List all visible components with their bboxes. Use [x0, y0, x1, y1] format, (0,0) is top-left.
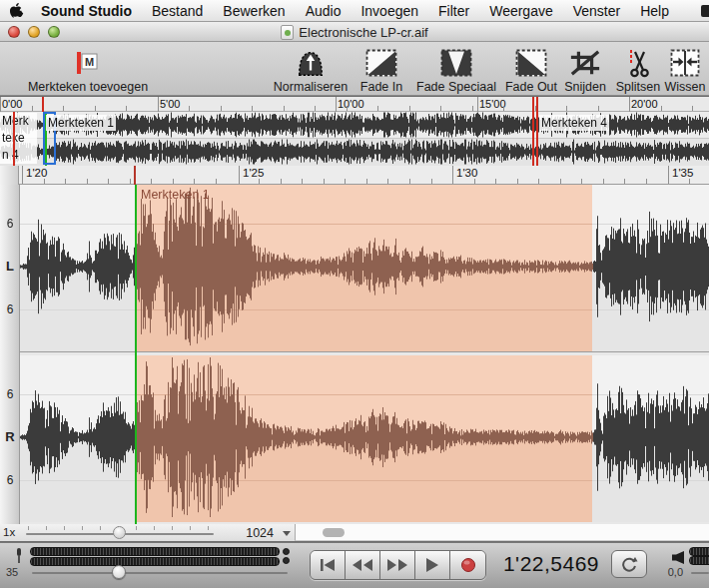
marker-line[interactable]	[13, 112, 15, 166]
split-button[interactable]: Splitsen	[611, 45, 665, 95]
overview-waveform[interactable]: Merkteken 4 Merkteken 1 Merkteken 4	[0, 112, 709, 166]
marker-label[interactable]: Merkteken 4	[539, 115, 609, 131]
apple-menu-icon[interactable]	[10, 3, 25, 19]
transport-bar: 35 1'22,5469	[0, 542, 709, 588]
fade-special-button[interactable]: Fade Speciaal	[410, 45, 502, 95]
speaker-icon	[672, 550, 685, 565]
scale-label: 6	[1, 302, 19, 316]
normalize-icon	[295, 46, 327, 80]
waveform-editor[interactable]: 6 L 6 6 R 6 Merkteken 1	[0, 185, 709, 524]
marker-line[interactable]	[134, 166, 136, 185]
zoom-level-label: 1x	[3, 526, 15, 538]
silence-button[interactable]: Wissen	[661, 45, 709, 95]
window-title-bar[interactable]: Electronische LP-cr.aif	[0, 22, 709, 42]
waveform-canvas[interactable]	[20, 185, 709, 524]
menu-bestand[interactable]: Bestand	[142, 3, 213, 19]
fade-in-button[interactable]: Fade In	[354, 45, 408, 95]
toolbar-label: Fade Out	[505, 80, 557, 95]
playback-cursor[interactable]	[135, 185, 137, 524]
fade-out-icon	[514, 46, 548, 80]
zoom-slider-thumb[interactable]	[113, 526, 126, 539]
add-marker-button[interactable]: M Merkteken toevoegen	[8, 45, 168, 95]
menu-invoegen[interactable]: Invoegen	[351, 3, 428, 19]
input-level-meter	[30, 547, 280, 556]
crop-icon	[569, 46, 601, 80]
ruler-corner	[0, 166, 19, 185]
menu-app-name[interactable]: Sound Studio	[31, 3, 142, 19]
menu-audio[interactable]: Audio	[296, 3, 352, 19]
menu-bewerken[interactable]: Bewerken	[213, 3, 295, 19]
silence-icon	[668, 46, 702, 80]
marker-label[interactable]: Merkteken 1	[46, 115, 116, 131]
menu-bar: Sound Studio Bestand Bewerken Audio Invo…	[0, 0, 709, 22]
scrollbar-thumb[interactable]	[323, 528, 345, 537]
ruler-tick-label: 5'00	[160, 98, 180, 110]
audio-document-icon	[281, 25, 294, 40]
input-volume-slider-thumb[interactable]	[112, 565, 126, 579]
input-level-value: 35	[2, 566, 22, 578]
toolbar-label: Snijden	[564, 80, 606, 95]
output-level-meter	[689, 556, 709, 565]
zoom-scroll-bar: 1x 1024	[0, 524, 709, 542]
go-to-start-button[interactable]	[311, 551, 346, 579]
record-button[interactable]	[450, 551, 485, 579]
menu-help[interactable]: Help	[630, 3, 679, 19]
normalize-button[interactable]: Normaliseren	[266, 45, 355, 95]
loop-icon	[620, 556, 638, 572]
svg-text:M: M	[85, 56, 94, 68]
waveform-ruler[interactable]: 1'20 1'25 1'30 1'35	[0, 166, 709, 185]
loop-button[interactable]	[611, 550, 647, 578]
transport-buttons	[310, 550, 486, 580]
ruler-tick-label: 1'30	[456, 167, 477, 179]
fade-special-icon	[439, 46, 473, 80]
ruler-tick-label: 15'00	[479, 98, 506, 110]
channel-right-label: R	[1, 429, 19, 444]
crop-button[interactable]: Snijden	[557, 45, 613, 95]
marker-label-wrapped[interactable]: Merkteken 4	[0, 113, 37, 164]
split-scissors-icon	[626, 46, 650, 80]
ruler-tick-label: 1'20	[26, 167, 47, 179]
time-display: 1'22,5469	[495, 552, 607, 576]
toolbar-label: Wissen	[665, 80, 706, 95]
buffer-dropdown-icon[interactable]	[283, 531, 291, 536]
toolbar-label: Merkteken toevoegen	[28, 80, 148, 95]
sound-studio-app: Sound Studio Bestand Bewerken Audio Invo…	[0, 0, 709, 588]
ruler-tick-label: 0'00	[2, 98, 22, 110]
marker-line[interactable]	[42, 97, 44, 112]
toolbar-label: Fade Speciaal	[416, 80, 496, 95]
marker-line[interactable]	[536, 97, 538, 166]
horizontal-scrollbar[interactable]	[295, 524, 709, 541]
window-title: Electronische LP-cr.aif	[299, 25, 427, 40]
ruler-tick-label: 1'25	[243, 167, 264, 179]
fast-forward-button[interactable]	[380, 551, 415, 579]
menu-weergave[interactable]: Weergave	[479, 3, 563, 19]
buffer-size-value[interactable]: 1024	[226, 526, 274, 540]
input-level-meter	[30, 557, 280, 566]
menu-venster[interactable]: Venster	[563, 3, 630, 19]
play-button[interactable]	[415, 551, 450, 579]
output-volume-slider-track[interactable]	[691, 572, 709, 574]
ruler-tick-label: 1'35	[672, 167, 693, 179]
fade-out-button[interactable]: Fade Out	[503, 45, 559, 95]
menu-filter[interactable]: Filter	[428, 3, 479, 19]
toolbar-label: Normaliseren	[274, 80, 348, 95]
rewind-button[interactable]	[346, 551, 380, 579]
fade-in-icon	[364, 46, 398, 80]
ruler-tick-label: 10'00	[338, 98, 364, 110]
overview-ruler[interactable]: 0'00 5'00 10'00 15'00 20'00	[0, 96, 709, 112]
scale-label: 6	[1, 217, 19, 231]
toolbar-label: Fade In	[360, 80, 402, 95]
output-level-value: 0,0	[655, 566, 683, 578]
input-source-icon	[13, 547, 25, 564]
meter-peak-led	[283, 548, 290, 555]
menu-extra-icon[interactable]	[701, 5, 709, 17]
scale-label: 6	[1, 387, 19, 401]
marker-line[interactable]	[532, 97, 534, 166]
meter-peak-led	[283, 557, 290, 564]
toolbar: M Merkteken toevoegen Normaliseren Fade …	[0, 42, 709, 96]
scale-label: 6	[1, 473, 19, 487]
input-volume-slider-track[interactable]	[32, 572, 288, 574]
marker-flag-icon: M	[75, 46, 101, 80]
channel-left-label: L	[1, 259, 19, 274]
selection-marker-label[interactable]: Merkteken 1	[141, 188, 210, 202]
